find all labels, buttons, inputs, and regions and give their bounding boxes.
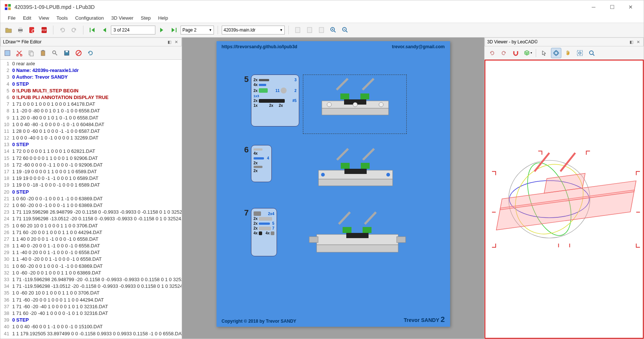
code-line[interactable]: 331 71 -119.596298 26.948799 -20 -0.1158…	[0, 276, 182, 283]
panel-close-icon[interactable]: ✕	[635, 39, 641, 45]
viewer-zoom-icon[interactable]	[587, 48, 597, 58]
menu-help[interactable]: Help	[154, 14, 172, 22]
code-line[interactable]: 81 1 -20 0 -80 0 0 1 0 1 0 -1 0 0 6558.D…	[0, 108, 182, 114]
code-line[interactable]: 191 19 0 0 -18 -1 0 0 0 -1 0 0 0 1 6589.…	[0, 182, 182, 188]
code-line[interactable]: 30 Author: Trevor SANDY	[0, 74, 182, 80]
code-line[interactable]: 181 19 19 0 0 0 0 -1 -1 0 0 0 1 0 6589.D…	[0, 175, 182, 182]
file-dropdown[interactable]: 42039s-main.ldr▼	[222, 26, 285, 34]
zoom-in-icon[interactable]	[328, 25, 338, 35]
paste-icon[interactable]	[38, 48, 48, 58]
code-line[interactable]: 141 72 0 0 0 0 0 1 1 0 0 0 1 0 62821.DAT	[0, 148, 182, 155]
code-line[interactable]: 381 71 60 -20 -40 1 0 0 0 0 -1 0 1 0 323…	[0, 310, 182, 317]
code-line[interactable]: 171 19 -19 0 0 0 0 1 1 0 0 0 1 0 6589.DA…	[0, 168, 182, 175]
code-line[interactable]: 261 71 60 -20 0 0 1 0 0 0 1 1 0 0 44294.…	[0, 229, 182, 236]
open-icon[interactable]	[3, 25, 14, 35]
code-line[interactable]: 60 !LPUB PLI ANNOTATION DISPLAY TRUE	[0, 94, 182, 101]
3d-viewer-canvas[interactable]	[485, 60, 644, 339]
code-line[interactable]: 321 0 -60 -20 0 0 1 0 0 0 1 1 0 0 63869.…	[0, 270, 182, 276]
code-line[interactable]: 200 STEP	[0, 189, 182, 195]
disable-icon[interactable]	[74, 48, 83, 58]
code-line[interactable]: 161 72 -60 0 0 0 0 -1 1 0 0 0 -1 0 92906…	[0, 162, 182, 168]
viewer-pan-icon[interactable]	[563, 48, 573, 58]
zoom-out-icon[interactable]	[340, 25, 350, 35]
code-line[interactable]: 151 72 60 0 0 0 0 1 1 0 0 0 1 0 92906.DA…	[0, 155, 182, 162]
menu-step[interactable]: Step	[137, 14, 155, 22]
code-line[interactable]: 91 1 20 0 -80 0 0 1 0 1 0 -1 0 0 6558.DA…	[0, 115, 182, 121]
code-line[interactable]: 231 71 119.596298 26.948799 -20 0.1158 0…	[0, 209, 182, 215]
code-line[interactable]: 351 0 -60 20 10 0 1 0 0 0 1 1 0 0 3706.D…	[0, 290, 182, 296]
undo-icon[interactable]	[57, 25, 67, 35]
doc1-icon[interactable]	[293, 25, 303, 35]
viewer-rotate-icon[interactable]	[551, 48, 561, 58]
code-line[interactable]: 111 28 0 0 -60 0 1 0 0 0 -1 -1 0 0 6587.…	[0, 128, 182, 135]
page-dropdown[interactable]: Page 2▼	[181, 26, 214, 34]
step-5[interactable]: 5 2x3 4x 2x112 1x3 2x#5 1x2x2x	[244, 75, 407, 134]
copy-icon[interactable]	[26, 48, 36, 58]
panel-float-icon[interactable]: ◧	[166, 39, 172, 45]
refresh-icon[interactable]	[86, 48, 95, 58]
code-line[interactable]: 40 STEP	[0, 81, 182, 88]
code-line[interactable]: 411 1 179.192505 33.897499 0 0 -0.1158 0…	[0, 330, 182, 337]
page-number-input[interactable]	[111, 26, 155, 34]
doc3-icon[interactable]	[316, 25, 327, 35]
menu-edit[interactable]: Edit	[19, 14, 35, 22]
last-page-icon[interactable]	[169, 25, 179, 35]
menu-view[interactable]: View	[35, 14, 53, 22]
code-line[interactable]: 20 Name: 42039s-rearaxle1.ldr	[0, 67, 182, 74]
menu-tools[interactable]: Tools	[53, 14, 71, 22]
code-line[interactable]: 311 0 60 -20 0 0 1 0 0 0 -1 -1 0 0 63869…	[0, 263, 182, 270]
redo-icon[interactable]	[69, 25, 79, 35]
viewer-zoom-region-icon[interactable]	[575, 48, 585, 58]
code-line[interactable]: 10 rear axle	[0, 60, 182, 67]
viewer-magnet-icon[interactable]	[511, 48, 521, 58]
next-page-icon[interactable]	[157, 25, 167, 35]
code-line[interactable]: 361 71 -60 -20 0 0 1 0 0 0 1 1 0 0 44294…	[0, 297, 182, 303]
step-assembly[interactable]	[303, 75, 407, 134]
panel-close-icon[interactable]: ✕	[173, 39, 179, 45]
code-line[interactable]: 401 0 0 40 -60 0 0 1 -1 0 0 0 -1 0 15100…	[0, 323, 182, 330]
code-line[interactable]: 241 71 119.596298 -13.0512 -20 0.1158 0 …	[0, 215, 182, 222]
viewer-redo-icon[interactable]	[499, 48, 509, 58]
panel-float-icon[interactable]: ◧	[628, 39, 634, 45]
viewer-cube-icon[interactable]: ▾	[522, 48, 533, 58]
editor-content[interactable]: 10 rear axle20 Name: 42039s-rearaxle1.ld…	[0, 60, 182, 339]
pdf-search-icon[interactable]	[27, 25, 37, 35]
code-line[interactable]: 291 1 -40 0 20 0 0 1 -1 0 0 0 -1 0 6558.…	[0, 249, 182, 256]
code-line[interactable]: 301 1 -40 0 -20 0 0 1 -1 0 0 0 -1 0 6558…	[0, 256, 182, 263]
print-dark-icon[interactable]	[15, 25, 26, 35]
code-line[interactable]: 371 71 -60 -20 -40 1 0 0 0 0 1 0 1 0 323…	[0, 303, 182, 310]
page-view[interactable]: https://trevorsandy.github.io/lpub3d tre…	[182, 37, 484, 339]
minimize-button[interactable]: ─	[584, 1, 603, 13]
step-assembly[interactable]	[304, 145, 407, 204]
step-assembly[interactable]	[304, 208, 407, 267]
maximize-button[interactable]: ☐	[603, 1, 621, 13]
code-line[interactable]: 71 71 0 0 0 1 0 0 0 1 0 0 0 1 64178.DAT	[0, 101, 182, 108]
code-line[interactable]: 130 STEP	[0, 141, 182, 148]
step-7[interactable]: 7 2x4 2x 2x5 2x7 4x4x	[244, 208, 407, 267]
viewer-undo-icon[interactable]	[487, 48, 497, 58]
code-line[interactable]: 281 1 40 0 -20 0 0 1 -1 0 0 0 -1 0 6558.…	[0, 243, 182, 249]
menu-file[interactable]: File	[4, 14, 19, 22]
code-line[interactable]: 101 0 0 40 -80 -1 0 0 0 0 -1 0 -1 0 6048…	[0, 121, 182, 128]
cut-icon[interactable]	[14, 48, 24, 58]
code-line[interactable]: 271 1 40 0 20 0 0 1 -1 0 0 0 -1 0 6558.D…	[0, 236, 182, 243]
code-line[interactable]: 251 0 60 20 10 0 1 0 0 0 1 1 0 0 3706.DA…	[0, 223, 182, 229]
close-button[interactable]: ✕	[621, 1, 640, 13]
code-line[interactable]: 421 1 -179.192505 33.897499 0 0 -0.1158 …	[0, 337, 182, 339]
code-line[interactable]: 221 0 60 -20 0 0 -1 0 0 0 -1 1 0 0 63869…	[0, 202, 182, 209]
menu-3dviewer[interactable]: 3D Viewer	[108, 14, 137, 22]
doc2-icon[interactable]	[304, 25, 315, 35]
code-line[interactable]: 390 STEP	[0, 317, 182, 323]
step-6[interactable]: 6 4x 4 2x 2x	[244, 145, 407, 204]
menu-configuration[interactable]: Configuration	[72, 14, 108, 22]
code-line[interactable]: 211 0 60 -20 0 0 -1 0 0 0 1 -1 0 0 63869…	[0, 195, 182, 202]
find-icon[interactable]	[50, 48, 60, 58]
code-line[interactable]: 341 71 -119.596298 -13.0512 -20 -0.1158 …	[0, 283, 182, 290]
pdf-icon[interactable]: PDF	[39, 25, 49, 35]
code-line[interactable]: 121 0 0 0 -40 0 1 0 -1 0 0 0 0 1 32269.D…	[0, 135, 182, 141]
viewer-pointer-icon[interactable]	[539, 48, 549, 58]
select-icon[interactable]	[3, 48, 12, 58]
save-icon[interactable]	[62, 48, 72, 58]
prev-page-icon[interactable]	[99, 25, 109, 35]
code-line[interactable]: 50 !LPUB MULTI_STEP BEGIN	[0, 88, 182, 94]
